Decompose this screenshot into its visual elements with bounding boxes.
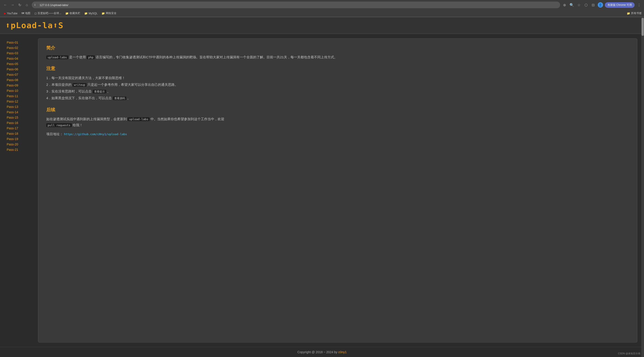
upload-labs-code-2: upload-labs: [128, 117, 150, 121]
folder-icon-1: 📁: [65, 12, 69, 15]
bookmark-mysql-label: MySQL: [88, 12, 98, 15]
sidebar-pass11[interactable]: Pass-11: [7, 94, 34, 98]
lock-icon: ℹ: [34, 3, 36, 6]
followup-paragraph: 如在渗透测试实战中遇到新的上传漏洞类型，会更新到 upload-labs 中。当…: [46, 116, 629, 128]
sidebar-pass06[interactable]: Pass-06: [7, 67, 34, 71]
bookmark-youtube-label: YouTube: [7, 12, 18, 15]
refresh-button[interactable]: ↻: [16, 2, 23, 8]
intro-title: 简介: [46, 45, 629, 51]
followup-text-3: 给我！: [73, 123, 83, 127]
bookmark-maps-label: 地图: [25, 11, 30, 15]
sidebar-pass10[interactable]: Pass-10: [7, 88, 34, 93]
site-logo: ⬆pLoad-la⬆S: [5, 21, 639, 30]
folder-icon-2: 📁: [84, 12, 88, 15]
followup-text-1: 如在渗透测试实战中遇到新的上传漏洞类型，会更新到: [46, 117, 128, 121]
bookmark-favorites[interactable]: 📁 收藏夹栏: [64, 11, 82, 16]
bookmark-maps[interactable]: 🗺 地图: [20, 11, 32, 16]
sidebar-pass19[interactable]: Pass-19: [7, 137, 34, 141]
followup-text-2: 中。当然如果你也希望参加到这个工作当中，欢迎: [150, 117, 224, 121]
project-url-link[interactable]: https://github.com/c0ny1/upload-labs: [64, 132, 127, 136]
notice-item-3: 3．实在没有思路时，可以点击 查看提示 。: [46, 88, 629, 95]
sidebar-pass04[interactable]: Pass-04: [7, 56, 34, 61]
bookmark-baidu[interactable]: ◻ 百度贴吧——全球...: [33, 11, 63, 16]
upload-labs-code-1: upload-labs: [46, 55, 68, 59]
notice-item-2: 2．本项目提供的 writeup 只是起一个参考作用，希望大家可以分享出自己的通…: [46, 81, 629, 88]
project-label: 项目地址：: [46, 132, 63, 136]
intro-text-1: 是一个使用: [69, 55, 87, 59]
maps-icon: 🗺: [22, 12, 24, 15]
sidebar-pass21[interactable]: Pass-21: [7, 147, 34, 152]
notice-section: 注意 1．每一关没有固定的通关方法，大家不要自限思维！ 2．本项目提供的 wri…: [46, 65, 629, 101]
sidebar-pass12[interactable]: Pass-12: [7, 99, 34, 104]
sidebar-pass14[interactable]: Pass-14: [7, 110, 34, 114]
footer-author: c0ny1: [338, 350, 346, 354]
sidebar-pass09[interactable]: Pass-09: [7, 83, 34, 88]
intro-paragraph: upload-labs 是一个使用 php 语言编写的，专门收集渗透测试和CTF…: [46, 54, 629, 60]
logo-arrow-up2: ⬆: [53, 21, 58, 30]
notice-item-1: 1．每一关没有固定的通关方法，大家不要自限思维！: [46, 75, 629, 81]
scrollbar-thumb[interactable]: [642, 18, 644, 36]
sidebar-pass20[interactable]: Pass-20: [7, 142, 34, 147]
bookmark-security-label: 网络安全: [106, 11, 116, 15]
footer-text: Copyright @ 2018 ~ 2024 by: [298, 350, 338, 354]
intro-text-2: 语言编写的，专门收集渗透测试和CTF中遇到的各种上传漏洞的靶场。旨在帮助大家对上…: [96, 55, 338, 59]
notice-title: 注意: [46, 65, 629, 71]
folder-icon-3: 📁: [102, 12, 105, 15]
bookmarks-bar: ▶ YouTube 🗺 地图 ◻ 百度贴吧——全球... 📁 收藏夹栏 📁 My…: [0, 10, 644, 17]
all-bookmarks-label: 所有书签: [631, 11, 642, 15]
writeup-tag[interactable]: writeup: [73, 83, 87, 87]
sidebar: Pass-01 Pass-02 Pass-03 Pass-04 Pass-05 …: [7, 38, 34, 343]
sidebar-pass01[interactable]: Pass-01: [7, 40, 34, 45]
bookmark-mysql[interactable]: 📁 MySQL: [82, 11, 99, 16]
notes-list: 1．每一关没有固定的通关方法，大家不要自限思维！ 2．本项目提供的 writeu…: [46, 75, 629, 101]
forward-button[interactable]: →: [10, 2, 16, 8]
extensions-icon[interactable]: ⬡: [584, 2, 589, 7]
folder-icon-all: 📁: [627, 12, 630, 15]
logo-text: pLoad-la: [11, 21, 53, 30]
sidebar-pass08[interactable]: Pass-08: [7, 78, 34, 82]
sidebar-pass02[interactable]: Pass-02: [7, 45, 34, 50]
address-bar[interactable]: [37, 1, 558, 8]
youtube-icon: ▶: [4, 12, 6, 15]
browser-menu-icon[interactable]: ⊟: [590, 2, 596, 7]
watermark: CSDN @未知百分画: [618, 352, 640, 355]
page-footer: Copyright @ 2018 ~ 2024 by c0ny1: [0, 347, 644, 357]
sidebar-pass13[interactable]: Pass-13: [7, 105, 34, 109]
followup-section: 后续 如在渗透测试实战中遇到新的上传漏洞类型，会更新到 upload-labs …: [46, 107, 629, 137]
sidebar-pass03[interactable]: Pass-03: [7, 51, 34, 55]
browser-chrome: ← → ↻ ⌂ ℹ ⊕ 🔍 ☆ ⬡ ⊟ 👤 有新版 Chrome 可用 ⋮ ▶ …: [0, 0, 644, 17]
sidebar-pass16[interactable]: Pass-16: [7, 121, 34, 125]
php-code: php: [87, 55, 94, 59]
sidebar-pass18[interactable]: Pass-18: [7, 131, 34, 136]
nav-buttons: ← → ↻ ⌂: [2, 2, 30, 8]
toolbar-right: ⊕ 🔍 ☆ ⬡ ⊟ 👤 有新版 Chrome 可用 ⋮: [562, 2, 642, 8]
search-icon[interactable]: 🔍: [569, 2, 574, 7]
profile-icon[interactable]: 👤: [598, 2, 603, 7]
intro-section: 简介 upload-labs 是一个使用 php 语言编写的，专门收集渗透测试和…: [46, 45, 629, 60]
back-button[interactable]: ←: [2, 2, 8, 8]
source-tag[interactable]: 查看源码: [113, 96, 126, 100]
baidu-icon: ◻: [34, 12, 37, 15]
home-button[interactable]: ⌂: [24, 2, 30, 8]
bookmark-security[interactable]: 📁 网络安全: [100, 11, 118, 16]
sidebar-pass05[interactable]: Pass-05: [7, 62, 34, 66]
sidebar-pass07[interactable]: Pass-07: [7, 72, 34, 77]
browser-toolbar: ← → ↻ ⌂ ℹ ⊕ 🔍 ☆ ⬡ ⊟ 👤 有新版 Chrome 可用 ⋮: [0, 0, 644, 10]
bookmark-youtube[interactable]: ▶ YouTube: [2, 11, 19, 16]
translate-icon[interactable]: ⊕: [562, 2, 567, 7]
pull-requests-tag: pull requests: [46, 123, 72, 127]
bookmark-star-icon[interactable]: ☆: [576, 2, 582, 7]
notice-item-4: 4．如果黑盒情况下，实在做不出，可以点击 查看源码 。: [46, 95, 629, 101]
sidebar-pass15[interactable]: Pass-15: [7, 115, 34, 120]
all-bookmarks[interactable]: 📁 所有书签: [627, 11, 642, 15]
content-panel: 简介 upload-labs 是一个使用 php 语言编写的，专门收集渗透测试和…: [38, 38, 637, 343]
hint-tag[interactable]: 查看提示: [93, 90, 106, 93]
logo-s: S: [58, 21, 64, 30]
logo-arrow-up: ⬆: [5, 21, 11, 30]
chrome-update-button[interactable]: 有新版 Chrome 可用: [605, 2, 634, 8]
main-content: Pass-01 Pass-02 Pass-03 Pass-04 Pass-05 …: [0, 34, 644, 347]
sidebar-pass17[interactable]: Pass-17: [7, 126, 34, 130]
project-line: 项目地址： https://github.com/c0ny1/upload-la…: [46, 131, 629, 137]
followup-title: 后续: [46, 107, 629, 113]
more-options-icon[interactable]: ⋮: [636, 2, 642, 7]
